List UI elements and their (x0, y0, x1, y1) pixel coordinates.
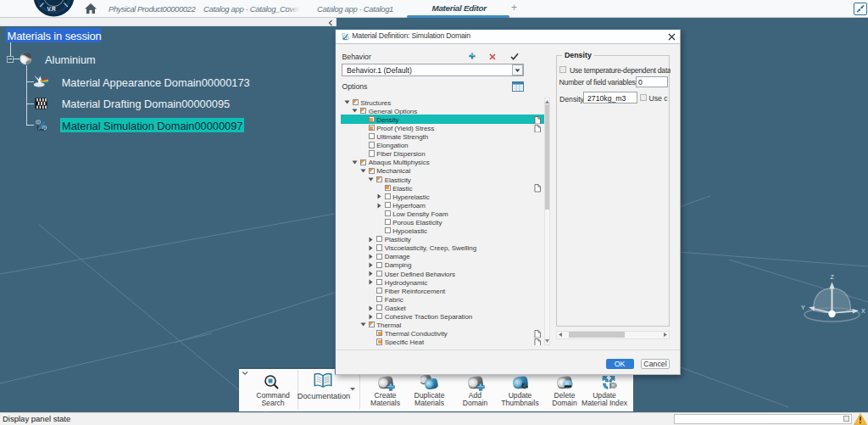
svg-text:X: X (861, 308, 865, 314)
svg-text:Z: Z (831, 274, 835, 280)
svg-text:V.R: V.R (47, 6, 57, 12)
svg-text:Y: Y (801, 305, 805, 310)
